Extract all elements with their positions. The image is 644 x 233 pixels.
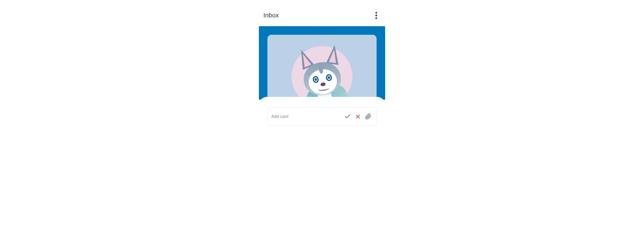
check-icon [344, 113, 351, 120]
add-card-input-row [267, 107, 377, 126]
attach-button[interactable] [364, 112, 373, 121]
welcome-illustration-card[interactable] [268, 35, 376, 100]
paperclip-icon [365, 113, 372, 120]
column-title: Inbox [263, 12, 279, 19]
more-vertical-icon [376, 12, 377, 19]
inbox-column: Inbox [259, 7, 385, 142]
column-body [259, 26, 385, 100]
more-options-button[interactable] [372, 11, 381, 20]
add-card-input[interactable] [271, 114, 342, 119]
husky-mascot-illustration [289, 46, 355, 100]
close-icon [355, 114, 361, 120]
confirm-button[interactable] [343, 112, 352, 121]
cancel-button[interactable] [353, 112, 362, 121]
column-header: Inbox [259, 7, 385, 26]
add-card-panel [259, 97, 385, 142]
